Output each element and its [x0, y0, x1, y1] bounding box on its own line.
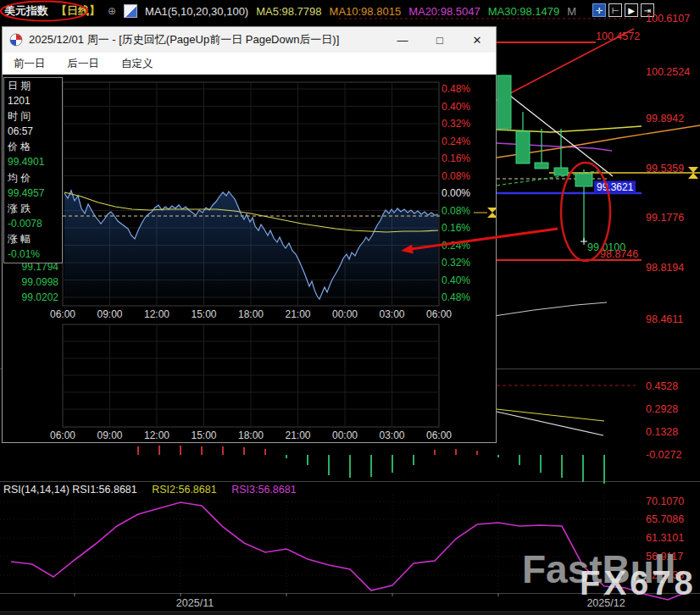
ma20-value: MA20:98.5047 — [408, 5, 481, 18]
close-button[interactable]: ✕ — [458, 34, 496, 47]
rsi2-value: RSI2:56.8681 — [152, 484, 216, 496]
info-row: -0.01% — [4, 247, 62, 262]
rsi-indicator-header: RSI(14,14,14) RSI1:56.8681 RSI2:56.8681 … — [3, 484, 297, 496]
popup-title: 2025/12/01 周一 - [历史回忆(PageUp前一日 PageDown… — [29, 32, 384, 47]
chart-type-icon[interactable] — [124, 4, 137, 18]
info-row: 涨 幅 — [4, 231, 62, 247]
menu-next-day[interactable]: 后一日 — [57, 53, 111, 75]
menu-custom[interactable]: 自定义 — [110, 53, 164, 75]
ma5-value: MA5:98.7798 — [256, 5, 321, 18]
main-toolbar: 美元指数 【日线】 ⊕ MA1(5,10,20,30,100) MA5:98.7… — [0, 0, 700, 22]
rsi1-value: RSI(14,14,14) RSI1:56.8681 — [3, 484, 137, 496]
fx678-watermark: FX678 — [580, 564, 697, 602]
ma10-value: MA10:98.8015 — [330, 5, 402, 18]
quote-info-panel: 日 期1201时 间06:57价 格99.4901均 价99.4957涨 跌-0… — [3, 77, 63, 263]
minimize-button[interactable]: — — [384, 34, 421, 47]
info-row: 06:57 — [4, 124, 62, 139]
rsi3-value: RSI3:56.8681 — [231, 484, 296, 496]
trading-app-window: 100.6107100.252499.894299.535999.177698.… — [0, 0, 700, 615]
info-row: 时 间 — [4, 108, 62, 124]
ma-settings-label[interactable]: MA1(5,10,20,30,100) — [145, 5, 248, 18]
period-label[interactable]: 【日线】 — [56, 3, 100, 19]
m-indicator-label: M — [567, 5, 576, 18]
info-row: 日 期 — [4, 78, 62, 93]
info-row: 1201 — [4, 93, 62, 108]
symbol-name[interactable]: 美元指数 — [4, 3, 48, 19]
popup-titlebar[interactable]: 2025/12/01 周一 - [历史回忆(PageUp前一日 PageDown… — [3, 27, 496, 53]
info-row: -0.0078 — [4, 216, 62, 231]
maximize-button[interactable]: □ — [421, 34, 458, 47]
info-row: 99.4957 — [4, 186, 62, 201]
info-row: 涨 跌 — [4, 201, 62, 216]
menu-prev-day[interactable]: 前一日 — [3, 53, 57, 75]
popup-menubar: 前一日 后一日 自定义 — [3, 53, 496, 75]
popup-chart-area[interactable]: 日 期1201时 间06:57价 格99.4901均 价99.4957涨 跌-0… — [3, 75, 496, 442]
info-row: 均 价 — [4, 170, 62, 186]
info-row: 价 格 — [4, 139, 62, 154]
ma30-value: MA30:98.1479 — [488, 5, 560, 18]
popup-app-icon — [9, 33, 23, 47]
history-recall-window: 2025/12/01 周一 - [历史回忆(PageUp前一日 PageDown… — [2, 26, 497, 443]
circle-plus-icon[interactable]: ⊕ — [108, 5, 116, 17]
info-row: 99.4901 — [4, 154, 62, 169]
